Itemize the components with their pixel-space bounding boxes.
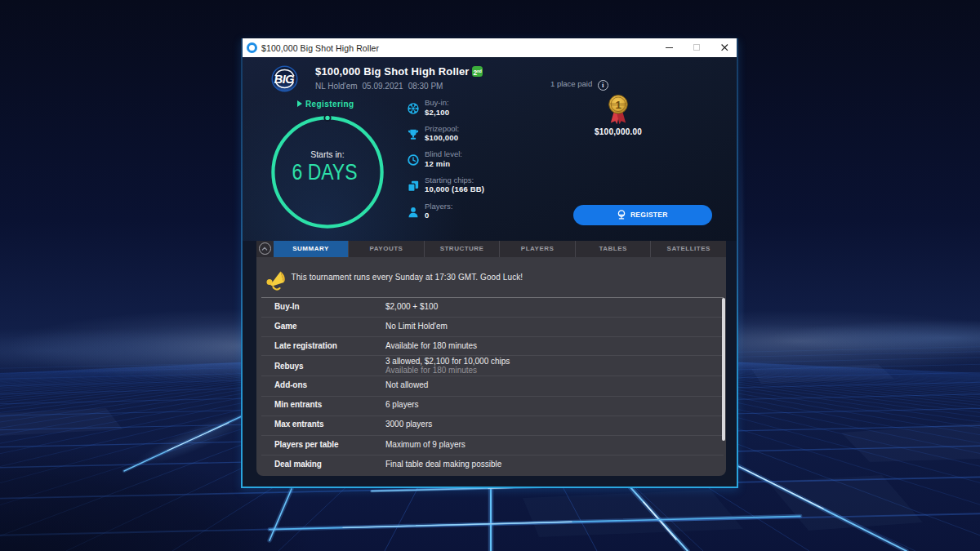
svg-text:1: 1	[615, 98, 621, 110]
svg-text:BIG: BIG	[274, 73, 294, 86]
